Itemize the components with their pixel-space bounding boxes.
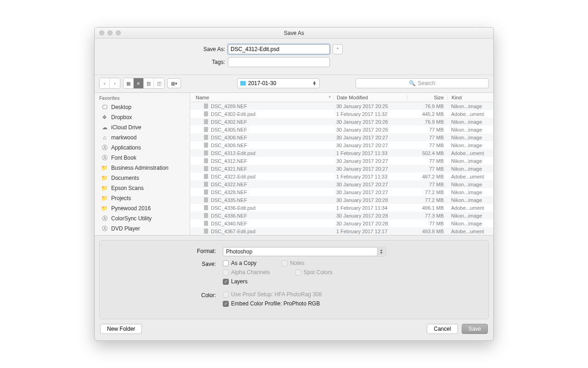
- file-name-section: Save As: ⌃ Tags:: [95, 39, 493, 75]
- back-button[interactable]: ‹: [100, 78, 110, 88]
- document-icon: [204, 174, 208, 179]
- spot-colors-checkbox: Spot Colors: [295, 269, 333, 276]
- file-list[interactable]: DSC_4289.NEF30 January 2017 20:2576.9 MB…: [190, 102, 493, 235]
- column-name[interactable]: Name^: [190, 95, 334, 100]
- column-size[interactable]: Size: [407, 95, 447, 100]
- file-row[interactable]: DSC_4367-Edit.psd1 February 2017 12:1749…: [190, 227, 493, 235]
- file-row[interactable]: DSC_4302-Edit.psd1 February 2017 11:3244…: [190, 110, 493, 118]
- file-row[interactable]: DSC_4309.NEF30 January 2017 20:2777 MBNi…: [190, 141, 493, 149]
- new-folder-button[interactable]: New Folder: [100, 324, 142, 334]
- file-date: 1 February 2017 11:33: [334, 150, 407, 156]
- file-size: 76.9 MB: [407, 119, 447, 125]
- sidebar-item[interactable]: ⒶApplications: [95, 143, 190, 153]
- sidebar-item-label: markwood: [111, 134, 136, 141]
- file-name: DSC_4328.NEF: [211, 190, 247, 195]
- file-size: 77 MB: [407, 143, 447, 148]
- location-name: 2017-01-30: [248, 80, 276, 86]
- save-button[interactable]: Save: [462, 324, 488, 334]
- close-icon[interactable]: [99, 30, 104, 35]
- file-date: 30 January 2017 20:25: [334, 104, 407, 109]
- file-size: 77 MB: [407, 127, 447, 132]
- sidebar: Favorites 🖵Desktop❖Dropbox☁iCloud Drive⌂…: [95, 93, 190, 235]
- file-date: 30 January 2017 20:27: [334, 190, 407, 195]
- file-row[interactable]: DSC_4335.NEF30 January 2017 20:2877.2 MB…: [190, 196, 493, 204]
- file-row[interactable]: DSC_4328.NEF30 January 2017 20:2777.2 MB…: [190, 188, 493, 196]
- document-icon: [204, 119, 208, 124]
- titlebar: Save As: [95, 28, 493, 39]
- sidebar-item[interactable]: ⒶColorSync Utility: [95, 213, 190, 224]
- folder-icon: 📁: [101, 195, 108, 201]
- file-kind: Nikon...image: [447, 166, 493, 172]
- file-name: DSC_4336-Edit.psd: [211, 205, 255, 211]
- list-view-button[interactable]: ≡: [134, 78, 144, 88]
- file-row[interactable]: DSC_4336-Edit.psd1 February 2017 11:3449…: [190, 204, 493, 212]
- embed-color-profile-checkbox[interactable]: ✓Embed Color Profile: ProPhoto RGB: [223, 300, 480, 307]
- column-date[interactable]: Date Modified: [334, 95, 407, 100]
- column-kind[interactable]: Kind: [447, 95, 493, 100]
- format-select[interactable]: Photoshop ▲▼: [223, 247, 386, 256]
- location-popup[interactable]: 2017-01-30: [237, 78, 320, 88]
- icon-view-button[interactable]: ▦: [124, 78, 134, 88]
- sidebar-item[interactable]: ⌂markwood: [95, 132, 190, 143]
- coverflow-view-button[interactable]: ◫: [154, 78, 164, 88]
- tags-input[interactable]: [228, 57, 330, 67]
- as-a-copy-checkbox[interactable]: As a Copy: [223, 260, 256, 266]
- sidebar-item[interactable]: ❖Dropbox: [95, 112, 190, 122]
- arrange-button[interactable]: ▦▾: [167, 78, 181, 88]
- tags-label: Tags:: [95, 59, 228, 65]
- sidebar-item-label: Font Book: [111, 155, 136, 161]
- document-icon: [204, 150, 208, 155]
- file-date: 30 January 2017 20:28: [334, 221, 407, 226]
- file-browser: Name^ Date Modified Size Kind DSC_4289.N…: [190, 93, 493, 235]
- sidebar-item[interactable]: 📁Business Adminstration: [95, 163, 190, 173]
- sidebar-item[interactable]: 📁Pynewood 2016: [95, 203, 190, 213]
- cancel-button[interactable]: Cancel: [427, 324, 458, 334]
- sidebar-item[interactable]: 📁Projects: [95, 193, 190, 203]
- sidebar-item[interactable]: ☁iCloud Drive: [95, 122, 190, 132]
- file-name: DSC_4336.NEF: [211, 213, 247, 218]
- document-icon: [204, 143, 208, 148]
- forward-button[interactable]: ›: [110, 78, 120, 88]
- file-size: 77.2 MB: [407, 197, 447, 203]
- sidebar-item[interactable]: ⒶFont Book: [95, 153, 190, 163]
- file-row[interactable]: DSC_4322.NEF30 January 2017 20:2777 MBNi…: [190, 180, 493, 188]
- document-icon: [204, 166, 208, 171]
- file-row[interactable]: DSC_4312.NEF30 January 2017 20:2777 MBNi…: [190, 157, 493, 165]
- file-kind: Nikon...image: [447, 158, 493, 164]
- folder-icon: 📁: [101, 165, 108, 171]
- sidebar-item-label: DVD Player: [111, 225, 140, 232]
- file-kind: Adobe...ument: [447, 205, 493, 211]
- file-row[interactable]: DSC_4321.NEF30 January 2017 20:2777 MBNi…: [190, 165, 493, 172]
- layers-checkbox[interactable]: ✓Layers: [223, 278, 248, 285]
- file-row[interactable]: DSC_4340.NEF30 January 2017 20:2877 MBNi…: [190, 219, 493, 227]
- use-proof-setup-checkbox: Use Proof Setup: HFA PhotoRag 308: [223, 291, 480, 298]
- file-row[interactable]: DSC_4312-Edit.psd1 February 2017 11:3350…: [190, 149, 493, 157]
- sidebar-item[interactable]: 🖵Desktop: [95, 102, 190, 112]
- sidebar-item[interactable]: 📁Epson Scans: [95, 183, 190, 193]
- file-kind: Nikon...image: [447, 221, 493, 226]
- file-size: 487.2 MB: [407, 174, 447, 179]
- save-as-input[interactable]: [228, 44, 330, 54]
- sidebar-item-label: Applications: [111, 144, 141, 151]
- minimize-icon[interactable]: [107, 30, 113, 35]
- file-row[interactable]: DSC_4308.NEF30 January 2017 20:2777 MBNi…: [190, 133, 493, 141]
- format-label: Format:: [108, 247, 223, 254]
- document-icon: [204, 182, 208, 187]
- column-view-button[interactable]: ▥: [144, 78, 154, 88]
- format-value: Photoshop: [226, 248, 252, 255]
- sidebar-item[interactable]: ⒶDVD Player: [95, 224, 190, 234]
- file-row[interactable]: DSC_4322-Edit.psd1 February 2017 11:3348…: [190, 172, 493, 180]
- search-input[interactable]: 🔍 Search: [356, 78, 489, 88]
- magnifier-icon: 🔍: [409, 80, 416, 86]
- file-row[interactable]: DSC_4336.NEF30 January 2017 20:2877.3 MB…: [190, 212, 493, 219]
- sidebar-item[interactable]: 📁Documents: [95, 173, 190, 183]
- chevron-up-icon: ⌃: [336, 47, 339, 52]
- document-icon: [204, 158, 208, 163]
- file-row[interactable]: DSC_4302.NEF30 January 2017 20:2676.9 MB…: [190, 118, 493, 126]
- zoom-icon[interactable]: [116, 30, 121, 35]
- updown-caret-icon: ▲▼: [377, 248, 385, 255]
- file-row[interactable]: DSC_4289.NEF30 January 2017 20:2576.9 MB…: [190, 102, 493, 110]
- file-row[interactable]: DSC_4305.NEF30 January 2017 20:2677 MBNi…: [190, 126, 493, 133]
- expand-collapse-button[interactable]: ⌃: [333, 44, 343, 54]
- file-name: DSC_4312-Edit.psd: [211, 150, 255, 156]
